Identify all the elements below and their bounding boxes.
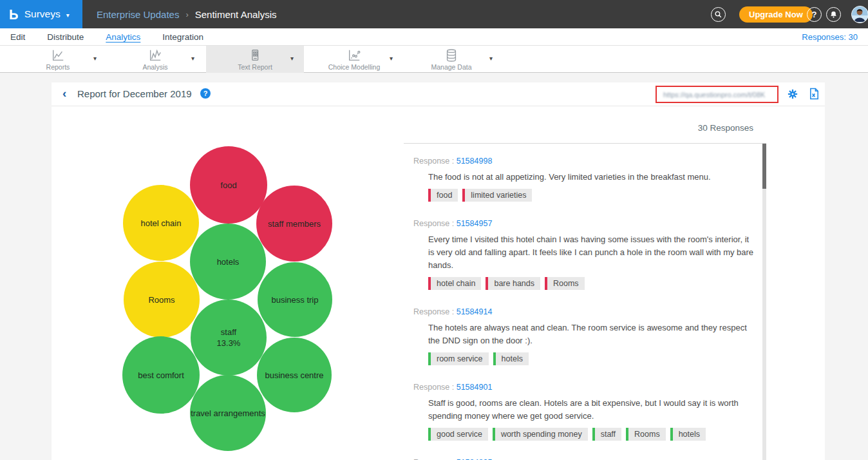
response-text: The food is not at all appetizing. Very … [428,171,755,184]
response-id-link[interactable]: 51584998 [457,157,493,166]
bubble-label: best comfort [138,370,184,381]
sentiment-tag-bare-hands[interactable]: bare hands [486,277,540,290]
responses-list: Response : 51584998The food is not at al… [404,143,766,460]
surveys-product-switcher[interactable]: P Surveys ▾ [0,0,82,28]
response-item: Response : 51584914The hotels are always… [413,307,766,365]
choice-modelling-icon [347,48,361,62]
bubble-best-comfort[interactable]: best comfort [122,336,200,414]
sentiment-tag-room-service[interactable]: room service [428,352,489,365]
search-button[interactable] [711,7,726,22]
report-title: Report for December 2019 [77,88,192,99]
response-tags: foodlimited varieties [428,189,766,202]
toolbar-dropdown-caret-icon[interactable]: ▾ [390,55,393,62]
bubble-label: travel arrangements [191,408,265,419]
bubble-rooms[interactable]: Rooms [124,262,200,338]
toolbar-item-label: Reports [46,63,70,71]
toolbar-dropdown-caret-icon[interactable]: ▾ [191,55,194,62]
sentiment-bubble-chart: PositiveNeutralNegative foodhotel chains… [52,106,404,460]
sentiment-tag-rooms[interactable]: Rooms [626,428,666,441]
sentiment-tag-staff[interactable]: staff [592,428,621,441]
response-text: The hotels are always neat and clean. Th… [428,321,755,347]
sentiment-tag-rooms[interactable]: Rooms [545,277,585,290]
chevron-down-icon: ▾ [66,12,70,19]
response-item: Response : 51584901Staff is good, rooms … [413,383,766,441]
menu-item-distribute[interactable]: Distribute [47,32,84,42]
help-button[interactable]: ? [807,7,822,22]
breadcrumb-survey-name[interactable]: Enterprise Updates [97,9,179,20]
excel-export-icon [809,88,820,100]
responses-count[interactable]: Responses: 30 [802,28,858,46]
response-text: Staff is good, rooms are clean. Hotels a… [428,397,755,423]
settings-button[interactable] [787,88,798,102]
toolbar-item-analysis[interactable]: Analysis [117,46,194,73]
notifications-button[interactable] [826,7,841,22]
toolbar-dropdown-caret-icon[interactable]: ▾ [290,55,294,62]
report-help-icon[interactable]: ? [200,88,211,99]
user-avatar[interactable] [851,6,868,23]
upgrade-now-button[interactable]: Upgrade Now [739,6,813,23]
manage-data-icon [444,48,458,62]
menu-items: EditDistributeAnalyticsIntegration [10,32,203,42]
responses-panel-header: 30 Responses [698,123,753,133]
sentiment-tag-good-service[interactable]: good service [428,428,488,441]
toolbar-dropdown-caret-icon[interactable]: ▾ [93,55,97,62]
response-label: Response : 51584901 [413,383,766,392]
bubble-label: food [220,180,236,191]
search-icon [714,10,722,19]
response-id-link[interactable]: 51584901 [457,383,493,392]
toolbar-item-label: Manage Data [431,63,471,71]
menu-item-edit[interactable]: Edit [10,32,25,42]
scrollbar-thumb[interactable] [762,144,766,189]
toolbar-item-label: Choice Modelling [328,63,381,71]
toolbar-item-manage-data[interactable]: Manage Data [412,46,491,73]
response-id-link[interactable]: 51584914 [457,307,493,316]
report-card: ‹ Report for December 2019 ? [52,82,825,460]
bubble-hotel-chain[interactable]: hotel chain [123,185,199,261]
bubble-business-trip[interactable]: business trip [258,262,332,337]
response-label: Response : 51584914 [413,307,766,316]
bubble-business-centre[interactable]: business centre [257,338,332,412]
breadcrumb-current-page: Sentiment Analysis [195,9,277,20]
response-id-link[interactable]: 51584957 [457,219,493,228]
question-mark-icon: ? [812,10,817,19]
bubble-food[interactable]: food [190,146,267,224]
bubble-label: business trip [272,294,319,305]
bubble-label: hotels [217,256,240,267]
share-url-box[interactable] [656,86,778,103]
menu-item-integration[interactable]: Integration [162,32,203,42]
report-header: ‹ Report for December 2019 ? [52,82,825,106]
toolbar-item-reports[interactable]: Reports [19,46,97,73]
product-name: Surveys [24,8,61,20]
bubble-label: business centre [265,370,323,381]
toolbar-dropdown-caret-icon[interactable]: ▾ [489,55,493,62]
share-url-input[interactable] [663,91,771,99]
response-item: Response : 51584957Every time I visited … [413,219,766,290]
sentiment-tag-worth-spending-money[interactable]: worth spending money [493,428,588,441]
bubble-label: hotel chain [141,218,182,229]
responses-scrollbar[interactable] [762,144,766,460]
reports-chart-icon [51,48,65,62]
toolbar-item-text-report[interactable]: Text Report [206,46,304,73]
gear-icon [787,88,798,100]
bell-icon [829,10,838,19]
back-button[interactable]: ‹ [62,87,66,99]
response-label: Response : 51584957 [413,219,766,228]
bubble-staff-members[interactable]: staff members [256,186,332,262]
survey-menu-bar: EditDistributeAnalyticsIntegration Respo… [0,28,868,46]
menu-item-analytics[interactable]: Analytics [106,32,140,42]
sentiment-tag-hotel-chain[interactable]: hotel chain [428,277,481,290]
export-report-button[interactable] [809,88,820,102]
sentiment-tag-limited-varieties[interactable]: limited varieties [462,189,532,202]
sentiment-tag-hotels[interactable]: hotels [670,428,706,441]
response-tags: room servicehotels [428,352,766,365]
response-label: Response : 51584998 [413,157,766,166]
response-tags: hotel chainbare handsRooms [428,277,766,290]
toolbar-item-choice-modelling[interactable]: Choice Modelling [315,46,393,73]
bubble-travel-arrangements[interactable]: travel arrangements [190,375,266,451]
response-item: Response : 51584998The food is not at al… [413,157,766,202]
toolbar-item-label: Analysis [142,63,167,71]
bubble-hotels[interactable]: hotels [190,224,266,300]
sentiment-tag-hotels[interactable]: hotels [493,352,529,365]
bubble-staff[interactable]: staff13.3% [191,300,267,376]
sentiment-tag-food[interactable]: food [428,189,458,202]
